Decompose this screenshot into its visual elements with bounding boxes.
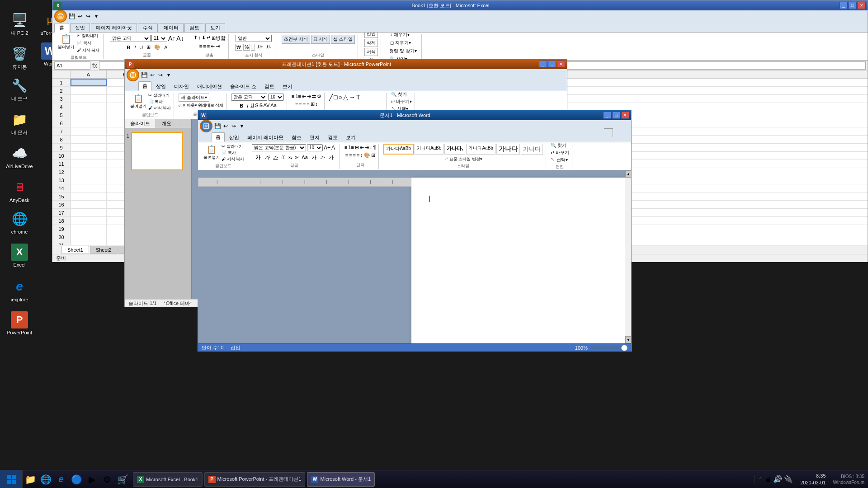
ppt-shape-rect[interactable]: □ xyxy=(334,94,337,101)
ppt-font-select[interactable]: 맑은 고딕 xyxy=(231,94,267,101)
ppt-bold-btn[interactable]: B xyxy=(238,103,245,109)
ppt-undo-qa[interactable]: ↩ xyxy=(148,71,156,79)
excel-align-right[interactable]: ≡ xyxy=(207,43,210,49)
taskbar-ie[interactable]: 🔵 xyxy=(69,472,84,487)
excel-undo-qa[interactable]: ↩ xyxy=(76,12,84,20)
ppt-tab-review[interactable]: 검토 xyxy=(261,82,278,91)
taskbar-word-item[interactable]: W Microsoft Word - 문서1 xyxy=(307,472,375,487)
word-tab-home[interactable]: 홈 xyxy=(212,132,225,142)
desktop-icon-excel[interactable]: X Excel xyxy=(4,242,35,270)
word-tab-insert[interactable]: 삽입 xyxy=(226,133,243,142)
word-format-copy-btn[interactable]: 🖌 서식 복사 xyxy=(222,156,244,162)
ppt-panel-tab-outline[interactable]: 개요 xyxy=(156,119,177,128)
ppt-tab-slideshow[interactable]: 슬라이드 쇼 xyxy=(226,82,260,91)
ppt-align-center-btn[interactable]: ≡ xyxy=(299,101,302,107)
excel-copy-btn[interactable]: 📄 복사 xyxy=(76,40,100,47)
ppt-columns-btn[interactable]: ⊞ xyxy=(311,101,315,107)
ppt-char-spacing-btn[interactable]: AV xyxy=(264,103,270,109)
excel-font-color-btn[interactable]: A xyxy=(163,44,169,51)
excel-tab-view[interactable]: 보기 xyxy=(205,23,225,32)
ppt-tab-view[interactable]: 보기 xyxy=(279,82,296,91)
ppt-reset-btn[interactable]: 원래대로 xyxy=(198,103,214,108)
word-sort-btn[interactable]: ↕ xyxy=(370,145,373,150)
taskbar-edge[interactable]: e xyxy=(54,472,68,487)
ppt-copy-btn[interactable]: 📄 복사 xyxy=(148,99,171,105)
word-tab-reference[interactable]: 참조 xyxy=(288,133,305,142)
excel-tab-data[interactable]: 데이터 xyxy=(159,23,184,32)
word-zoom-thumb[interactable] xyxy=(621,345,627,351)
ppt-italic-btn[interactable]: I xyxy=(245,103,250,109)
word-align-left-btn[interactable]: ≡ xyxy=(345,152,348,158)
word-strikethrough-btn[interactable]: 가̶ xyxy=(280,154,287,160)
word-shading-btn[interactable]: 🎨 xyxy=(364,152,370,158)
word-bold-btn[interactable]: 가 xyxy=(254,153,262,162)
word-bullets-btn[interactable]: ≡ xyxy=(344,145,347,150)
word-cut-btn[interactable]: ✂ 잘라내기 xyxy=(222,144,244,150)
word-text-effect-btn[interactable]: 가 xyxy=(310,154,318,161)
excel-comma-btn[interactable]: , xyxy=(251,44,255,51)
ppt-redo-qa[interactable]: ↪ xyxy=(156,71,165,79)
excel-font-shrink[interactable]: A↓ xyxy=(176,35,184,42)
ppt-justify-btn[interactable]: ≡ xyxy=(307,101,309,107)
desktop-icon-mytools[interactable]: 🔧 내 도구 xyxy=(4,75,35,103)
word-change-styles-btn[interactable]: 스타일 변경▾ xyxy=(458,156,482,162)
excel-decimal-dec[interactable]: .0- xyxy=(265,44,272,51)
word-scroll-down[interactable]: ▼ xyxy=(625,336,632,343)
ppt-delete-slide-btn[interactable]: 삭제 xyxy=(215,103,223,108)
excel-tab-insert[interactable]: 삽입 xyxy=(70,23,90,32)
desktop-icon-airlivedrive[interactable]: ☁️ AirLiveDrive xyxy=(4,142,35,171)
excel-format-copy-btn[interactable]: 🖌 서식 복사 xyxy=(76,47,100,54)
excel-save-qa[interactable]: 💾 xyxy=(68,12,76,20)
ppt-tab-home[interactable]: 홈 xyxy=(138,81,151,91)
word-select-btn[interactable]: ↖ 선택▾ xyxy=(551,157,569,163)
ppt-save-qa[interactable]: 💾 xyxy=(140,71,148,79)
desktop-icon-iexplore[interactable]: e iexplore xyxy=(4,276,35,305)
excel-format-btn[interactable]: 서식 xyxy=(364,48,378,56)
word-italic-btn[interactable]: 가 xyxy=(263,154,271,161)
cell-a1[interactable] xyxy=(71,79,107,86)
ppt-convert-smartart-btn[interactable]: ⚙ xyxy=(317,94,321,99)
ppt-line-spacing-btn[interactable]: ↕ xyxy=(316,101,318,107)
taskbar-ppt-item[interactable]: P Microsoft PowerPoint - 프레젠테이션1 xyxy=(204,472,306,487)
word-paste-btn[interactable]: 📋 붙여넣기 xyxy=(203,144,221,162)
word-indent-inc[interactable]: ⇥ xyxy=(365,145,369,150)
excel-indent-inc[interactable]: ⇥ xyxy=(216,43,220,49)
excel-table-btn[interactable]: 표 서식 xyxy=(311,35,330,44)
excel-number-format[interactable]: 일반 xyxy=(236,35,272,42)
excel-underline-btn[interactable]: U xyxy=(138,44,144,51)
word-indent-dec[interactable]: ⇤ xyxy=(360,145,364,150)
excel-bold-btn[interactable]: B xyxy=(125,44,132,51)
excel-percent-btn[interactable]: % xyxy=(243,44,250,51)
notif-expand[interactable]: ⌃ xyxy=(759,477,762,482)
excel-currency-btn[interactable]: ₩ xyxy=(235,44,242,51)
excel-sheet-tab-1[interactable]: Sheet1 xyxy=(61,246,89,254)
taskbar-chrome[interactable]: 🌐 xyxy=(38,472,53,487)
excel-indent-dec[interactable]: ⇤ xyxy=(211,43,215,49)
excel-redo-qa[interactable]: ↪ xyxy=(84,12,92,20)
word-font-size-select[interactable]: 10 xyxy=(307,144,323,151)
word-replace-btn[interactable]: ⇄ 바꾸기 xyxy=(551,150,569,156)
ppt-panel-tab-slides[interactable]: 슬라이드 xyxy=(125,119,156,128)
ppt-align-left-btn[interactable]: ≡ xyxy=(295,101,298,107)
word-find-btn[interactable]: 🔍 찾기 xyxy=(551,142,569,149)
excel-wrap-text[interactable]: ↵ xyxy=(207,35,211,42)
word-change-case-btn[interactable]: Aa xyxy=(300,154,309,160)
desktop-icon-chrome[interactable]: 🌐 chrome xyxy=(4,208,35,237)
excel-border-btn[interactable]: ⊞ xyxy=(145,44,152,51)
word-tab-letter[interactable]: 편지 xyxy=(306,133,323,142)
notif-battery[interactable]: 🔌 xyxy=(784,475,793,483)
word-multilevel-btn[interactable]: ⊞ xyxy=(355,145,359,150)
excel-align-left[interactable]: ≡ xyxy=(199,43,202,49)
excel-minimize-btn[interactable]: _ xyxy=(840,2,848,9)
ppt-tab-insert[interactable]: 삽입 xyxy=(152,82,170,91)
word-line-spacing-btn[interactable]: ↕ xyxy=(360,152,363,158)
ppt-layout-btn[interactable]: 레이아웃▾ xyxy=(179,103,197,108)
word-page[interactable] xyxy=(411,178,625,343)
word-zoom-slider[interactable] xyxy=(591,346,627,350)
ppt-strikethrough-btn[interactable]: S̶ xyxy=(259,103,263,109)
word-style-title[interactable]: 가나다 xyxy=(496,144,520,155)
excel-delete-btn[interactable]: 삭제 xyxy=(364,39,378,47)
ppt-indent-inc[interactable]: ⇥ xyxy=(307,94,311,99)
word-copy-btn[interactable]: 📄 복사 xyxy=(222,150,244,156)
excel-cell-style-btn[interactable]: 셀 스타일 xyxy=(331,35,355,44)
